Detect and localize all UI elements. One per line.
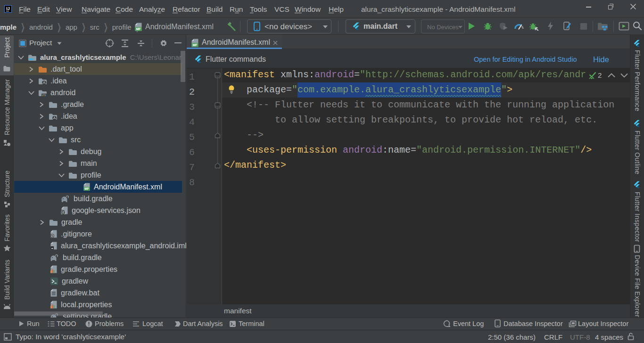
svg-text:MF: MF	[192, 43, 198, 47]
svg-text:MF: MF	[136, 27, 141, 31]
